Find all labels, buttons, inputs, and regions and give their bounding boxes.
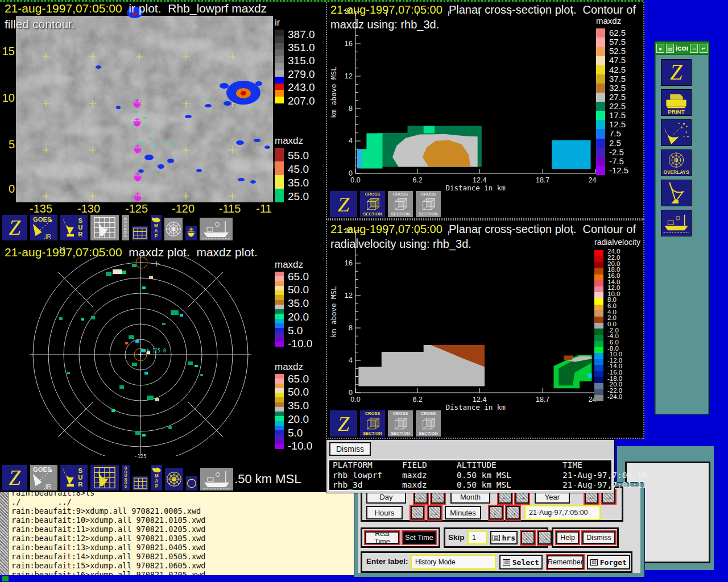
bounds-button[interactable]: BOUNDS [121,214,130,241]
map-button[interactable]: MAP [150,214,162,241]
desktop: 151050-135-130-125-120-115-11 21-aug-199… [0,0,728,582]
terminal-scrollbar[interactable] [0,492,9,575]
ship-button[interactable] [199,217,233,241]
bounds-button[interactable]: BOUNDS [121,464,130,491]
ship-button[interactable] [200,467,234,491]
ir-satellite-window: 151050-135-130-125-120-115-11 21-aug-199… [0,0,326,243]
cross-section-button-1[interactable]: CROSS SECTION [359,190,386,218]
icon-toolbar-titlebar[interactable]: ● ▤ icon ○ ↵ [655,41,709,55]
svg-text:PRINT: PRINT [668,109,684,115]
colorbar-value: 25.0 [288,190,309,203]
colorbar-value: 7.5 [609,128,621,138]
colorbar-swatches [275,148,284,202]
ppi-timestamp: 21-aug-1997,07:05:00 [5,246,122,259]
satellite-button[interactable] [661,119,692,146]
overlay-rings-button[interactable] [164,467,184,491]
set-time-button[interactable]: Set Time [403,531,436,544]
zeb-logo-button[interactable]: Z [2,214,28,241]
xsec1-colorbar-label: maxdz [596,16,648,28]
window-menu-icon[interactable]: ▤ [666,44,674,53]
colorbar-value: 47.5 [609,55,626,65]
goes-ir-button[interactable]: GOES.IR [30,214,58,241]
ir-window-subtitle: filled contour. [5,17,75,32]
rings-icon [165,468,183,490]
window-dot-icon[interactable]: ○ [690,44,698,53]
skip-back-button[interactable]: ← [521,531,535,544]
overlays-button[interactable]: OVERLAYS [661,149,692,176]
print-button[interactable]: PRINT [661,89,692,116]
popup-dismiss-button[interactable]: Dismiss [329,442,371,456]
cross-section-button-label-bottom: SECTION [416,431,441,436]
svg-text:GOES: GOES [33,466,52,473]
xsec2-button-row: ZCROSS SECTIONCROSS SECTIONCROSS SECTION [329,410,441,437]
xsec1-timestamp: 21-aug-1997,07:05:00 [330,3,442,16]
svg-text:P: P [155,484,159,489]
grid-icon [133,476,148,490]
svg-text:S: S [78,217,82,224]
minutes-decrement-button[interactable]: ← [489,506,503,519]
skip-units-button[interactable]: ▤hrs [490,531,518,544]
ship-button[interactable] [661,210,692,236]
grid-button[interactable] [131,226,148,241]
skip-value-field[interactable]: 1 [468,531,487,544]
colorbar-value: 50.0 [288,386,309,398]
overlay-rings-button[interactable] [164,217,183,241]
window-radio-icon[interactable]: ● [656,44,664,53]
cross-section-button-1[interactable]: CROSS SECTION [359,410,386,437]
svg-text:6.2: 6.2 [412,396,422,404]
cross-section-button-3[interactable]: CROSS SECTION [415,410,441,437]
ir-window-title: 21-aug-1997,07:05:00 ir plot. Rhb_lowprf… [5,1,267,16]
goes-ir-button[interactable]: GOES.IR [30,464,58,491]
enter-label-caption: Enter label: [366,557,408,566]
hours-decrement-button[interactable]: ← [411,506,424,519]
window-border-strip [0,0,644,2]
zeb-logo-button[interactable]: Z [2,464,28,491]
grid-radar-button[interactable] [90,214,119,241]
forget-button[interactable]: ▤Forget [587,555,630,569]
minutes-increment-button[interactable]: → [506,506,520,519]
terminal-line: rain:beaufait:10>xdump.all 970821.0105.x… [11,516,205,525]
terminal-line: rain:beaufait:12>xdump.all 970821.0305.x… [11,534,205,543]
zeb-logo-button[interactable]: Z [329,410,358,437]
zeb-logo-button[interactable]: Z [329,190,358,218]
time-field[interactable]: 21-Aug-97,7:05:00 [524,505,601,520]
colorbar-value: 20.0 [288,311,309,323]
skip-forward-button[interactable]: → [538,531,552,544]
terminal-line: rain:beaufait:11>xdump.all 970821.0205.x… [11,525,205,534]
menu-icon: ▤ [590,559,598,566]
cross-section-button-2[interactable]: CROSS SECTION [387,410,413,437]
buoy-button[interactable] [185,226,197,241]
hours-increment-button[interactable]: → [428,506,441,519]
colorbar-value: 52.5 [609,46,626,56]
svg-text:GOES: GOES [33,216,52,223]
cross-section-button-2[interactable]: CROSS SECTION [387,190,413,218]
remember-button[interactable]: Remember [547,555,584,569]
minutes-button[interactable]: Minutes [445,506,481,519]
window-return-icon[interactable]: ↵ [700,44,708,53]
label-field[interactable]: History Mode [411,555,496,569]
help-button[interactable]: Help [556,531,579,544]
cross-section-button-label-bottom: SECTION [416,211,441,217]
grid-radar-button[interactable] [90,464,119,491]
menu-icon: ▤ [493,535,500,541]
hours-button[interactable]: Hours [366,506,403,519]
real-time-button[interactable]: Real Time [365,531,399,544]
terminal-window[interactable]: rain:beaufait:8>ls./ ../rain:beaufait:9>… [0,492,354,575]
popup-cell: rhb_3d [333,480,402,490]
cross-section-button-3[interactable]: CROSS SECTION [415,190,441,218]
xsec1-title: 21-aug-1997,07:05:00 Planar cross-sectio… [330,2,636,17]
map-button[interactable]: MAP [151,464,163,491]
map-icon: MAP [151,465,162,490]
radar-dish-button[interactable] [661,180,692,206]
surveillance-radar-button[interactable]: SUR [60,214,88,241]
grid-button[interactable] [132,476,149,491]
surveillance-radar-button[interactable]: SUR [60,464,88,491]
select-button[interactable]: ▤Select [499,555,543,569]
terminal-text: rain:beaufait:8>ls./ ../rain:beaufait:9>… [11,492,205,575]
svg-text:OVERLAYS: OVERLAYS [664,169,689,175]
ppi-colorbar-1: maxdz 65.050.035.020.05.0-10.0 [275,259,327,347]
zeb-logo-button[interactable]: Z [661,59,692,86]
circle-button[interactable] [185,476,198,491]
dismiss-button[interactable]: Dismiss [582,531,615,544]
zeb-logo-icon: Z [330,191,357,217]
